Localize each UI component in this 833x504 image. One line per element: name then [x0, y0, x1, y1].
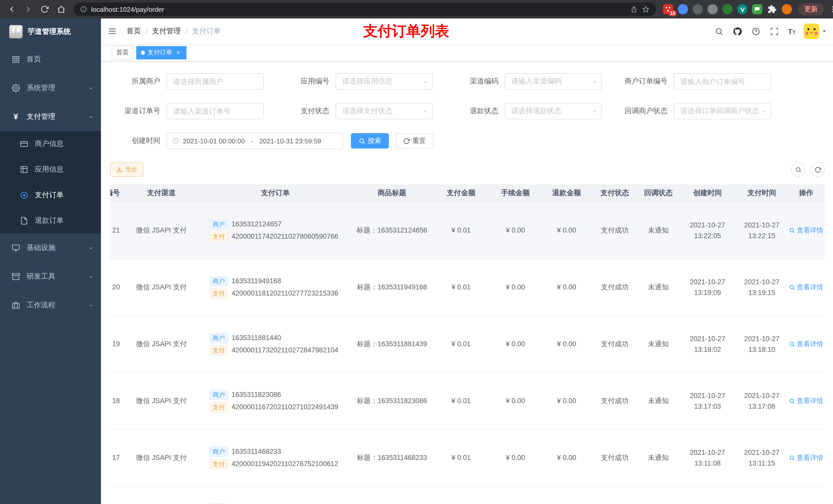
- toggle-search-button[interactable]: [791, 162, 805, 177]
- help-button[interactable]: [751, 26, 761, 37]
- extension-gray-icon[interactable]: [693, 4, 703, 14]
- filter-label: 渠道编码: [448, 77, 505, 86]
- sidebar-item-pay-order[interactable]: 支付订单: [0, 182, 101, 208]
- header-search-button[interactable]: [714, 26, 724, 37]
- cell-amount: ¥ 0.01: [433, 202, 489, 259]
- notify-status-select[interactable]: 请选择订单回调商户状态: [674, 103, 771, 119]
- merchant-input[interactable]: [166, 73, 264, 90]
- sidebar-item-payment[interactable]: ¥ 支付管理: [0, 102, 101, 131]
- refresh-table-button[interactable]: [810, 162, 825, 177]
- tab-pay-order[interactable]: 支付订单 ×: [136, 46, 187, 59]
- briefcase-icon: [11, 301, 21, 310]
- date-separator: -: [251, 137, 253, 145]
- sidebar-item-home[interactable]: 首页: [0, 45, 101, 74]
- sidebar-item-infra[interactable]: 基础设施: [0, 234, 101, 262]
- chevron-down-icon: [761, 108, 766, 114]
- channel-code-select[interactable]: 请输入渠道编码: [505, 73, 602, 90]
- avatar[interactable]: [804, 24, 819, 39]
- browser-forward-button[interactable]: [22, 3, 35, 16]
- magnifier-icon: [789, 227, 795, 233]
- user-menu[interactable]: [804, 24, 827, 39]
- merchant-tag: 商户: [210, 333, 228, 343]
- browser-menu-icon[interactable]: [829, 5, 833, 13]
- url-bar[interactable]: localhost:1024/pay/order: [74, 3, 656, 16]
- profile-avatar-icon[interactable]: [782, 4, 792, 14]
- browser-back-button[interactable]: [5, 3, 19, 16]
- filter-notify-status: 回调商户状态 请选择订单回调商户状态: [617, 103, 786, 119]
- fullscreen-button[interactable]: [769, 26, 780, 37]
- site-info-icon[interactable]: [80, 6, 87, 13]
- cell-id: 19: [110, 315, 123, 373]
- bookmark-star-icon[interactable]: [642, 5, 649, 13]
- merchant-order-no: 1635312124657: [232, 220, 282, 228]
- extension-chat-icon[interactable]: [752, 4, 762, 14]
- breadcrumb-section[interactable]: 支付管理: [152, 27, 181, 36]
- sidebar-collapse-button[interactable]: [101, 19, 123, 44]
- view-detail-link[interactable]: 查看详情: [789, 396, 823, 405]
- sidebar-item-merchant-info[interactable]: 商户信息: [0, 131, 101, 157]
- sidebar-item-workflow[interactable]: 工作流程: [0, 291, 101, 320]
- cell-fee: ¥ 0.00: [489, 259, 542, 315]
- close-icon[interactable]: ×: [175, 49, 182, 56]
- filter-label: 退款状态: [448, 106, 505, 116]
- refund-status-select[interactable]: 请选择退款状态: [505, 103, 602, 119]
- github-icon: [733, 26, 742, 36]
- table-toolbar: 导出: [110, 162, 825, 177]
- cell-channel: 微信 JSAPI 支付: [123, 429, 200, 486]
- merchant-order-no: 1635311881440: [232, 334, 281, 342]
- font-size-button[interactable]: TT: [788, 27, 795, 35]
- sidebar-item-app-info[interactable]: 应用信息: [0, 157, 101, 182]
- filter-pay-status: 支付状态 请选择支付状态: [279, 103, 448, 119]
- pay-status-select[interactable]: 请选择支付状态: [336, 103, 433, 119]
- view-detail-link[interactable]: 查看详情: [789, 339, 823, 349]
- app-logo[interactable]: 芋道管理系统: [0, 19, 101, 45]
- breadcrumb-home[interactable]: 首页: [126, 27, 141, 36]
- search-button[interactable]: 搜索: [351, 133, 389, 148]
- breadcrumb: 首页 / 支付管理 / 支付订单: [126, 27, 221, 36]
- title-prefix: 标题：: [357, 454, 378, 461]
- sidebar-item-dev-tools[interactable]: 研发工具: [0, 262, 101, 291]
- table-row: 18 微信 JSAPI 支付 商户 1635311823086 支付 42000…: [110, 373, 825, 429]
- cell-notify: 未通知: [638, 373, 679, 429]
- col-notify: 回调状态: [638, 184, 679, 202]
- app-select[interactable]: 请选择应用信息: [336, 73, 433, 90]
- reset-button[interactable]: 重置: [396, 133, 433, 148]
- tab-home[interactable]: 首页: [112, 46, 133, 59]
- col-refund: 退款金额: [542, 184, 592, 202]
- channel-pay-no: 4200001173202110272847982104: [232, 346, 338, 354]
- sidebar-item-system[interactable]: 系统管理: [0, 74, 101, 102]
- share-icon[interactable]: [630, 5, 638, 13]
- sidebar-item-refund-order[interactable]: 退款订单: [0, 208, 101, 234]
- extension-gray2-icon[interactable]: [708, 4, 718, 14]
- cell-title: 标题：1635311823086: [351, 373, 433, 429]
- sidebar: 芋道管理系统 首页 系统管理: [0, 19, 101, 504]
- cell-notify: 未通知: [638, 429, 679, 486]
- url-text[interactable]: localhost:1024/pay/order: [91, 5, 626, 13]
- cell-actions: 查看详情: [787, 373, 825, 429]
- view-detail-link[interactable]: 查看详情: [789, 453, 823, 462]
- export-button[interactable]: 导出: [110, 162, 143, 177]
- table-row: 商户 1635311457266 支付 标题： 查看详情: [110, 486, 825, 504]
- browser-refresh-button[interactable]: [38, 3, 51, 16]
- view-detail-link[interactable]: 查看详情: [789, 283, 823, 292]
- merchant-order-no-input[interactable]: [674, 73, 771, 90]
- channel-order-no-input[interactable]: [166, 103, 264, 119]
- extension-red-icon[interactable]: 10: [663, 4, 673, 14]
- cell-amount: [433, 486, 489, 504]
- title-value: 1635311823086: [378, 397, 427, 404]
- extension-v-icon[interactable]: [737, 4, 747, 14]
- question-icon: [752, 27, 760, 35]
- extension-blue-icon[interactable]: [678, 4, 688, 14]
- search-icon: [795, 166, 802, 173]
- browser-home-button[interactable]: [54, 3, 68, 16]
- date-range-input[interactable]: 2021-10-01 00:00:00 - 2021-10-31 23:59:5…: [166, 133, 343, 149]
- view-detail-link[interactable]: 查看详情: [789, 225, 823, 235]
- chevron-up-icon: [88, 114, 94, 120]
- extensions-puzzle-icon[interactable]: [767, 4, 777, 14]
- col-actions: 操作: [787, 184, 825, 202]
- extension-green-icon[interactable]: [722, 4, 733, 14]
- update-button[interactable]: 更新: [798, 3, 824, 15]
- github-button[interactable]: [732, 26, 743, 37]
- cell-title: 标题：1635311468233: [351, 429, 433, 486]
- order-table: 编号 支付渠道 支付订单 商品标题 支付金额 手续金额 退款金额 支付状态 回调…: [110, 184, 825, 504]
